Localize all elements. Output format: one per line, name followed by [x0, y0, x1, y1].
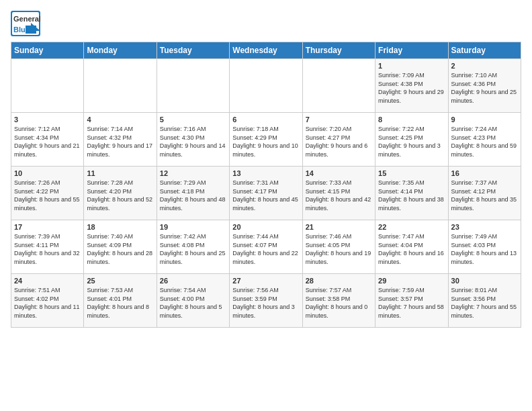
day-number: 27 — [232, 277, 299, 285]
day-cell: 18Sunrise: 7:40 AM Sunset: 4:09 PM Dayli… — [84, 220, 157, 274]
day-info: Sunrise: 7:35 AM Sunset: 4:14 PM Dayligh… — [378, 179, 445, 212]
day-cell: 15Sunrise: 7:35 AM Sunset: 4:14 PM Dayli… — [375, 167, 448, 220]
day-cell: 22Sunrise: 7:47 AM Sunset: 4:04 PM Dayli… — [375, 220, 448, 274]
day-number: 16 — [451, 169, 518, 177]
day-cell: 4Sunrise: 7:14 AM Sunset: 4:32 PM Daylig… — [84, 113, 157, 167]
day-info: Sunrise: 7:46 AM Sunset: 4:05 PM Dayligh… — [306, 232, 372, 266]
day-info: Sunrise: 7:09 AM Sunset: 4:38 PM Dayligh… — [378, 71, 445, 105]
day-info: Sunrise: 7:51 AM Sunset: 4:02 PM Dayligh… — [14, 286, 81, 320]
day-cell: 11Sunrise: 7:28 AM Sunset: 4:20 PM Dayli… — [84, 167, 157, 220]
day-cell: 8Sunrise: 7:22 AM Sunset: 4:25 PM Daylig… — [375, 113, 448, 167]
day-number: 13 — [232, 169, 299, 177]
day-number: 24 — [14, 277, 81, 285]
day-info: Sunrise: 7:37 AM Sunset: 4:12 PM Dayligh… — [451, 179, 518, 212]
day-cell: 20Sunrise: 7:44 AM Sunset: 4:07 PM Dayli… — [230, 220, 302, 274]
day-number: 12 — [160, 169, 226, 177]
day-cell — [11, 59, 84, 113]
day-cell: 10Sunrise: 7:26 AM Sunset: 4:22 PM Dayli… — [11, 167, 84, 220]
day-number: 8 — [378, 116, 445, 124]
day-cell: 30Sunrise: 8:01 AM Sunset: 3:56 PM Dayli… — [448, 274, 521, 328]
day-info: Sunrise: 7:24 AM Sunset: 4:23 PM Dayligh… — [451, 125, 518, 158]
day-cell: 5Sunrise: 7:16 AM Sunset: 4:30 PM Daylig… — [157, 113, 229, 167]
day-cell: 13Sunrise: 7:31 AM Sunset: 4:17 PM Dayli… — [230, 167, 302, 220]
day-number: 5 — [160, 116, 226, 124]
day-cell: 1Sunrise: 7:09 AM Sunset: 4:38 PM Daylig… — [375, 59, 448, 113]
col-header-friday: Friday — [375, 42, 448, 59]
day-cell: 7Sunrise: 7:20 AM Sunset: 4:27 PM Daylig… — [302, 113, 375, 167]
day-number: 20 — [232, 223, 299, 231]
day-number: 7 — [306, 116, 372, 124]
day-number: 2 — [451, 62, 518, 70]
week-row-3: 10Sunrise: 7:26 AM Sunset: 4:22 PM Dayli… — [11, 167, 521, 220]
day-cell: 12Sunrise: 7:29 AM Sunset: 4:18 PM Dayli… — [157, 167, 229, 220]
day-info: Sunrise: 7:12 AM Sunset: 4:34 PM Dayligh… — [14, 125, 81, 158]
col-header-tuesday: Tuesday — [157, 42, 229, 59]
col-header-saturday: Saturday — [448, 42, 521, 59]
logo-icon: General Blue — [11, 11, 40, 36]
day-cell: 28Sunrise: 7:57 AM Sunset: 3:58 PM Dayli… — [302, 274, 375, 328]
day-info: Sunrise: 7:53 AM Sunset: 4:01 PM Dayligh… — [87, 286, 153, 320]
day-number: 18 — [87, 223, 153, 231]
day-number: 19 — [160, 223, 226, 231]
day-info: Sunrise: 7:28 AM Sunset: 4:20 PM Dayligh… — [87, 179, 153, 212]
day-number: 1 — [378, 62, 445, 70]
day-info: Sunrise: 7:54 AM Sunset: 4:00 PM Dayligh… — [160, 286, 226, 320]
svg-text:Blue: Blue — [13, 26, 30, 34]
day-number: 9 — [451, 116, 518, 124]
day-info: Sunrise: 7:14 AM Sunset: 4:32 PM Dayligh… — [87, 125, 153, 158]
day-number: 28 — [306, 277, 372, 285]
day-number: 26 — [160, 277, 226, 285]
day-cell: 14Sunrise: 7:33 AM Sunset: 4:15 PM Dayli… — [302, 167, 375, 220]
day-cell: 23Sunrise: 7:49 AM Sunset: 4:03 PM Dayli… — [448, 220, 521, 274]
col-header-wednesday: Wednesday — [230, 42, 302, 59]
week-row-4: 17Sunrise: 7:39 AM Sunset: 4:11 PM Dayli… — [11, 220, 521, 274]
day-info: Sunrise: 7:31 AM Sunset: 4:17 PM Dayligh… — [232, 179, 299, 212]
day-info: Sunrise: 7:22 AM Sunset: 4:25 PM Dayligh… — [378, 125, 445, 158]
day-info: Sunrise: 7:40 AM Sunset: 4:09 PM Dayligh… — [87, 232, 153, 266]
day-number: 3 — [14, 116, 81, 124]
day-info: Sunrise: 7:16 AM Sunset: 4:30 PM Dayligh… — [160, 125, 226, 158]
day-info: Sunrise: 7:20 AM Sunset: 4:27 PM Dayligh… — [306, 125, 372, 158]
page-header: General Blue — [11, 11, 521, 36]
day-cell: 17Sunrise: 7:39 AM Sunset: 4:11 PM Dayli… — [11, 220, 84, 274]
day-info: Sunrise: 7:57 AM Sunset: 3:58 PM Dayligh… — [306, 286, 372, 320]
day-cell: 6Sunrise: 7:18 AM Sunset: 4:29 PM Daylig… — [230, 113, 302, 167]
day-info: Sunrise: 7:18 AM Sunset: 4:29 PM Dayligh… — [232, 125, 299, 158]
day-number: 10 — [14, 169, 81, 177]
week-row-5: 24Sunrise: 7:51 AM Sunset: 4:02 PM Dayli… — [11, 274, 521, 328]
day-info: Sunrise: 7:39 AM Sunset: 4:11 PM Dayligh… — [14, 232, 81, 266]
day-cell — [230, 59, 302, 113]
day-info: Sunrise: 7:56 AM Sunset: 3:59 PM Dayligh… — [232, 286, 299, 320]
day-cell: 2Sunrise: 7:10 AM Sunset: 4:36 PM Daylig… — [448, 59, 521, 113]
day-number: 6 — [232, 116, 299, 124]
week-row-1: 1Sunrise: 7:09 AM Sunset: 4:38 PM Daylig… — [11, 59, 521, 113]
day-number: 25 — [87, 277, 153, 285]
day-info: Sunrise: 7:47 AM Sunset: 4:04 PM Dayligh… — [378, 232, 445, 266]
day-number: 17 — [14, 223, 81, 231]
day-number: 15 — [378, 169, 445, 177]
col-header-thursday: Thursday — [302, 42, 375, 59]
day-cell: 29Sunrise: 7:59 AM Sunset: 3:57 PM Dayli… — [375, 274, 448, 328]
day-info: Sunrise: 7:49 AM Sunset: 4:03 PM Dayligh… — [451, 232, 518, 266]
col-header-sunday: Sunday — [11, 42, 84, 59]
day-info: Sunrise: 8:01 AM Sunset: 3:56 PM Dayligh… — [451, 286, 518, 320]
day-info: Sunrise: 7:26 AM Sunset: 4:22 PM Dayligh… — [14, 179, 81, 212]
col-header-monday: Monday — [84, 42, 157, 59]
week-row-2: 3Sunrise: 7:12 AM Sunset: 4:34 PM Daylig… — [11, 113, 521, 167]
day-cell — [84, 59, 157, 113]
day-number: 23 — [451, 223, 518, 231]
day-info: Sunrise: 7:59 AM Sunset: 3:57 PM Dayligh… — [378, 286, 445, 320]
logo: General Blue — [11, 11, 40, 36]
day-number: 21 — [306, 223, 372, 231]
calendar-table: SundayMondayTuesdayWednesdayThursdayFrid… — [11, 42, 521, 328]
svg-text:General: General — [13, 15, 40, 23]
day-number: 11 — [87, 169, 153, 177]
day-cell: 24Sunrise: 7:51 AM Sunset: 4:02 PM Dayli… — [11, 274, 84, 328]
day-cell: 25Sunrise: 7:53 AM Sunset: 4:01 PM Dayli… — [84, 274, 157, 328]
day-info: Sunrise: 7:29 AM Sunset: 4:18 PM Dayligh… — [160, 179, 226, 212]
day-info: Sunrise: 7:44 AM Sunset: 4:07 PM Dayligh… — [232, 232, 299, 266]
day-info: Sunrise: 7:33 AM Sunset: 4:15 PM Dayligh… — [306, 179, 372, 212]
day-cell — [302, 59, 375, 113]
day-cell: 3Sunrise: 7:12 AM Sunset: 4:34 PM Daylig… — [11, 113, 84, 167]
day-number: 30 — [451, 277, 518, 285]
